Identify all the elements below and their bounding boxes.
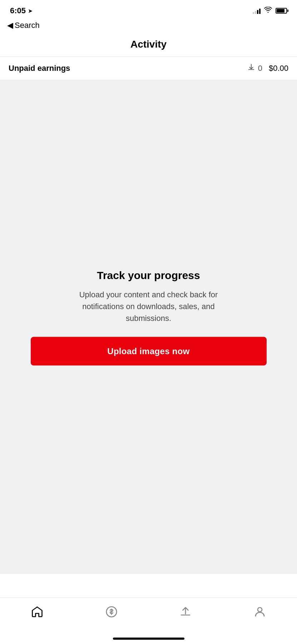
tab-bar bbox=[0, 597, 297, 644]
back-label: Search bbox=[15, 21, 40, 30]
svg-point-1 bbox=[258, 608, 262, 612]
status-time: 6:05 bbox=[10, 6, 26, 15]
empty-state: Track your progress Upload your content … bbox=[0, 269, 297, 366]
main-content: Track your progress Upload your content … bbox=[0, 80, 297, 574]
page-title: Activity bbox=[7, 39, 290, 50]
signal-bars-icon bbox=[253, 8, 261, 14]
dollar-icon bbox=[104, 604, 119, 619]
tab-home[interactable] bbox=[0, 604, 74, 619]
page-header: Activity bbox=[0, 34, 297, 57]
back-button[interactable]: ◀ Search bbox=[7, 21, 290, 30]
battery-icon bbox=[276, 8, 287, 14]
earnings-bar: Unpaid earnings 0 $0.00 bbox=[0, 57, 297, 80]
tab-profile[interactable] bbox=[223, 604, 297, 619]
upload-images-button[interactable]: Upload images now bbox=[31, 337, 267, 366]
download-count: 0 bbox=[247, 63, 262, 73]
back-nav: ◀ Search bbox=[0, 19, 297, 34]
home-icon bbox=[30, 604, 45, 619]
empty-state-title: Track your progress bbox=[97, 269, 200, 282]
empty-state-description: Upload your content and check back for n… bbox=[70, 289, 227, 324]
download-count-value: 0 bbox=[258, 64, 262, 73]
tab-upload[interactable] bbox=[149, 604, 223, 619]
earnings-right: 0 $0.00 bbox=[247, 63, 288, 73]
upload-icon bbox=[178, 604, 193, 619]
earnings-amount: $0.00 bbox=[269, 64, 288, 73]
person-icon bbox=[252, 604, 267, 619]
status-right bbox=[253, 7, 287, 15]
home-indicator bbox=[113, 638, 184, 640]
back-chevron-icon: ◀ bbox=[7, 21, 13, 30]
status-bar: 6:05 ➤ bbox=[0, 0, 297, 19]
earnings-label: Unpaid earnings bbox=[9, 64, 70, 73]
location-icon: ➤ bbox=[28, 8, 33, 14]
download-icon bbox=[247, 63, 255, 73]
tab-earnings[interactable] bbox=[74, 604, 149, 619]
wifi-icon bbox=[264, 7, 272, 15]
status-left: 6:05 ➤ bbox=[10, 6, 33, 15]
